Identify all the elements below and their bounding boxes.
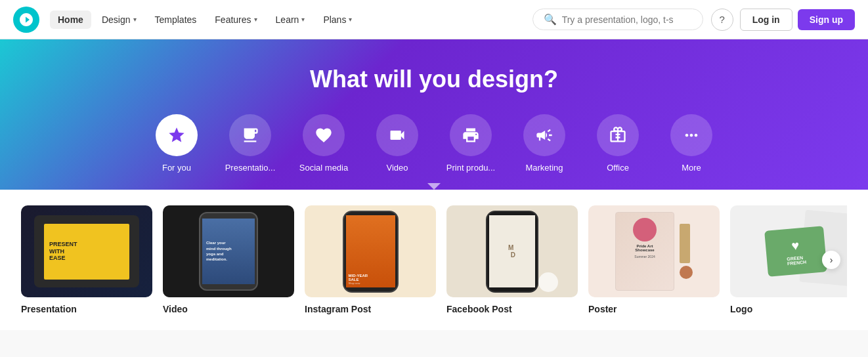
learn-chevron-icon: ▾ [301,16,305,23]
more-label: More [682,163,701,173]
facebook-thumbnail: M D [446,205,578,297]
for-you-label: For you [162,163,191,173]
laptop-screen-text: PRESENTWITHEASE [49,241,77,262]
video-inner: Clear yourmind throughyoga andmeditation… [163,205,294,297]
logo-brand-text: GREENFRENCH [787,255,806,265]
marketing-label: Marketing [525,163,563,173]
navbar: Home Design ▾ Templates Features ▾ Learn… [0,0,868,39]
features-chevron-icon: ▾ [254,16,257,23]
hero-section: What will you design? For you Presentati… [0,39,868,190]
nav-home[interactable]: Home [50,10,91,29]
phone-screen-video: Clear yourmind throughyoga andmeditation… [202,219,255,284]
category-video[interactable]: Video [371,114,423,173]
social-media-icon-circle [303,114,345,156]
content-section: PRESENTWITHEASE Presentation Clear yourm… [0,190,868,330]
nav-design[interactable]: Design ▾ [94,10,144,29]
phone-video-text: Clear yourmind throughyoga andmeditation… [206,240,251,262]
pen-decoration [680,224,690,263]
social-media-label: Social media [299,163,348,173]
search-icon: 🔍 [544,13,557,26]
poster-inner: Pride ArtShowcase Summer 2024 [588,205,720,297]
design-card-instagram[interactable]: MID-YEARSALE Shop now Instagram Post [305,205,436,314]
category-for-you[interactable]: For you [150,114,203,173]
category-office[interactable]: Office [592,114,644,173]
presentations-icon-circle [229,114,271,156]
design-card-presentation[interactable]: PRESENTWITHEASE Presentation [21,205,152,314]
office-label: Office [607,163,629,173]
design-card-poster[interactable]: Pride ArtShowcase Summer 2024 Poster [588,205,720,314]
presentation-inner: PRESENTWITHEASE [21,205,152,297]
logo-visual-card: ♥ GREENFRENCH [764,226,827,277]
category-social-media[interactable]: Social media [297,114,350,173]
poster-accent-circle [633,218,657,242]
phone-screen-ig: MID-YEARSALE Shop now [346,215,395,287]
presentations-label: Presentatio... [225,163,276,173]
hero-title: What will you design? [310,66,558,93]
phone-mockup-video: Clear yourmind throughyoga andmeditation… [199,212,258,291]
category-presentations[interactable]: Presentatio... [224,114,276,173]
design-grid-wrapper: PRESENTWITHEASE Presentation Clear yourm… [21,205,847,314]
poster-title-text: Pride ArtShowcase [635,244,654,252]
poster-label: Poster [588,304,720,314]
canva-logo[interactable] [13,7,39,33]
facebook-label: Facebook Post [446,304,578,314]
ig-sale-text: MID-YEARSALE [349,274,393,282]
poster-mockup: Pride ArtShowcase Summer 2024 [615,212,674,291]
facebook-inner: M D [446,205,578,297]
design-chevron-icon: ▾ [133,16,137,23]
print-products-icon-circle [450,114,492,156]
login-button[interactable]: Log in [740,9,792,31]
video-thumbnail: Clear yourmind throughyoga andmeditation… [163,205,294,297]
cup-decoration [680,266,693,279]
nav-features[interactable]: Features ▾ [207,10,265,29]
poster-thumbnail: Pride ArtShowcase Summer 2024 [588,205,720,297]
category-marketing[interactable]: Marketing [518,114,571,173]
phone-screen-fb: M D [489,215,535,287]
laptop-mockup: PRESENTWITHEASE [34,215,139,287]
more-icon-circle [670,114,712,156]
heart-icon-logo: ♥ [791,238,800,253]
for-you-icon-circle [156,114,198,156]
help-button[interactable]: ? [711,9,733,31]
instagram-label: Instagram Post [305,304,436,314]
logo-label: Logo [730,304,847,314]
nav-learn[interactable]: Learn ▾ [268,10,313,29]
presentation-label: Presentation [21,304,152,314]
nav-templates[interactable]: Templates [147,10,205,29]
design-card-facebook[interactable]: M D Facebook Post [446,205,578,314]
presentation-thumbnail: PRESENTWITHEASE [21,205,152,297]
laptop-screen: PRESENTWITHEASE [44,224,129,280]
fb-initials: M D [508,244,516,259]
desk-items-group [680,224,693,279]
scroll-right-arrow[interactable]: › [822,251,840,269]
earbud-decoration [538,272,558,292]
nav-plans[interactable]: Plans ▾ [315,10,360,29]
hero-tab-indicator [427,183,441,190]
nav-links: Home Design ▾ Templates Features ▾ Learn… [50,10,532,29]
design-card-video[interactable]: Clear yourmind throughyoga andmeditation… [163,205,294,314]
instagram-inner: MID-YEARSALE Shop now [305,205,436,297]
office-icon-circle [597,114,639,156]
video-label-card: Video [163,304,294,314]
design-grid: PRESENTWITHEASE Presentation Clear yourm… [21,205,847,314]
video-icon-circle [376,114,418,156]
instagram-thumbnail: MID-YEARSALE Shop now [305,205,436,297]
category-print-products[interactable]: Print produ... [445,114,497,173]
marketing-icon-circle [523,114,565,156]
signup-button[interactable]: Sign up [798,9,855,30]
search-bar[interactable]: 🔍 [532,9,703,30]
plans-chevron-icon: ▾ [349,16,352,23]
ig-sub-text: Shop now [349,282,393,285]
search-input[interactable] [562,14,692,25]
video-label: Video [386,163,408,173]
print-products-label: Print produ... [446,163,495,173]
category-icons: For you Presentatio... Social media [150,114,718,173]
phone-mockup-ig: MID-YEARSALE Shop now [343,211,399,293]
poster-sub-text: Summer 2024 [634,255,655,259]
phone-mockup-fb: M D [486,211,538,293]
category-more[interactable]: More [665,114,718,173]
